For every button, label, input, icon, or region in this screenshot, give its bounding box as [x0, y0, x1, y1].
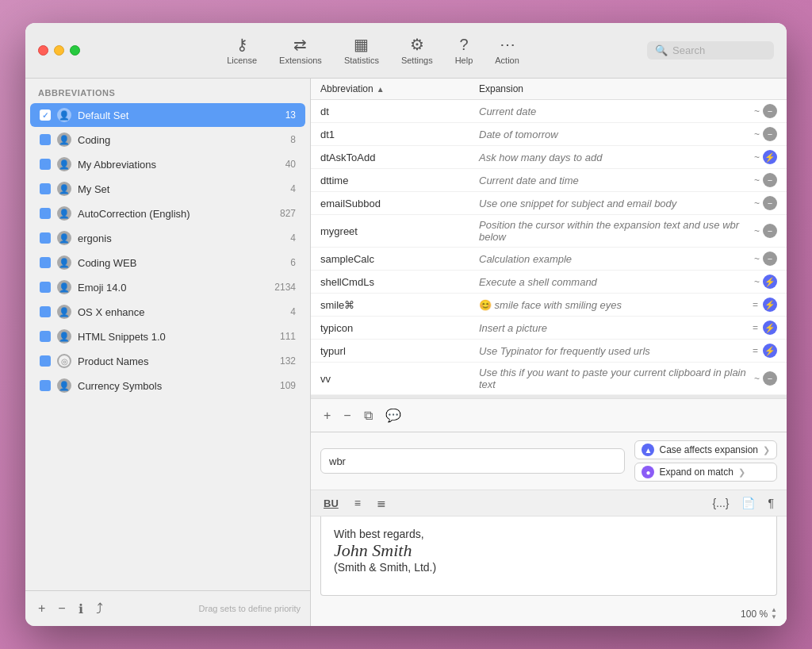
table-row[interactable]: vv Use this if you want to paste your cu…: [311, 363, 787, 395]
checkbox-my-abbreviations[interactable]: ✓: [40, 159, 51, 170]
expand-on-match-option[interactable]: ● Expand on match ❯: [634, 463, 777, 482]
license-icon: ⚷: [236, 36, 248, 52]
sidebar-footer: + − ℹ ⤴ Drag sets to define priority: [25, 590, 310, 626]
badge-icon-dtask: ⚡: [763, 150, 777, 164]
comment-button[interactable]: 💬: [382, 406, 404, 424]
lines-button[interactable]: ≡: [351, 495, 364, 511]
toolbar-settings[interactable]: ⚙ Settings: [401, 36, 433, 65]
maximize-button[interactable]: [70, 45, 80, 56]
remove-set-button[interactable]: −: [55, 600, 68, 617]
sidebar-item-html[interactable]: ✓ 👤 HTML Snippets 1.0 111: [30, 324, 305, 348]
table-row[interactable]: typurl Use Typinator for frequently used…: [311, 340, 787, 363]
toolbar-extensions[interactable]: ⇄ Extensions: [279, 36, 322, 65]
sidebar-item-emoji[interactable]: ✓ 👤 Emoji 14.0 2134: [30, 275, 305, 299]
trigger-icon-samplecalc: ~: [754, 253, 760, 264]
checkbox-osx[interactable]: ✓: [40, 306, 51, 317]
content-line3: (Smith & Smith, Ltd.): [334, 561, 764, 574]
table-row[interactable]: sampleCalc Calculation example ~ −: [311, 248, 787, 271]
column-abbreviation-label: Abbreviation: [320, 83, 373, 94]
extensions-icon: ⇄: [293, 36, 307, 52]
zoom-down-arrow[interactable]: ▼: [771, 614, 777, 621]
row-expansion-dt1: Date of tomorrow: [479, 129, 754, 140]
badge-icon-typicon: ⚡: [763, 321, 777, 335]
paragraph-button[interactable]: ¶: [764, 495, 777, 511]
case-affects-option[interactable]: ▲ Case affects expansion ❯: [634, 440, 777, 459]
checkbox-coding[interactable]: ✓: [40, 134, 51, 145]
add-set-button[interactable]: +: [35, 600, 48, 617]
table-row[interactable]: dttime Current date and time ~ −: [311, 169, 787, 192]
info-button[interactable]: ℹ: [75, 600, 86, 618]
toolbar-action[interactable]: ⋯ Action: [495, 36, 519, 65]
help-icon: ?: [459, 36, 468, 52]
checkbox-default-set[interactable]: ✓: [40, 109, 51, 121]
sidebar-count-currency: 109: [280, 380, 296, 391]
row-expansion-dt: Current date: [479, 106, 754, 117]
row-expansion-samplecalc: Calculation example: [479, 253, 754, 265]
sidebar-item-currency[interactable]: ✓ 👤 Currency Symbols 109: [30, 374, 305, 397]
sidebar-item-autocorrection[interactable]: ✓ 👤 AutoCorrection (English) 827: [30, 202, 305, 225]
sidebar-item-product-names[interactable]: ✓ ◎ Product Names 132: [30, 349, 305, 373]
table-row[interactable]: dtAskToAdd Ask how many days to add ~ ⚡: [311, 146, 787, 169]
badge-icon-typurl: ⚡: [763, 344, 777, 358]
row-icons-email: ~ −: [754, 196, 777, 210]
sidebar-item-ergonis[interactable]: ✓ 👤 ergonis 4: [30, 226, 305, 250]
toolbar-action-label: Action: [495, 56, 519, 65]
search-box[interactable]: 🔍 Search: [647, 41, 774, 60]
checkbox-my-set[interactable]: ✓: [40, 183, 51, 194]
case-affects-chevron-icon: ❯: [763, 445, 770, 455]
minimize-button[interactable]: [54, 45, 64, 56]
sidebar-item-my-abbreviations[interactable]: ✓ 👤 My Abbreviations 40: [30, 152, 305, 176]
remove-row-button[interactable]: −: [340, 407, 354, 424]
code-button[interactable]: {...}: [709, 495, 732, 511]
search-icon: 🔍: [655, 44, 668, 56]
sidebar-count-my-abbreviations: 40: [285, 159, 296, 170]
row-abbr-typurl: typurl: [320, 345, 479, 357]
table-row[interactable]: emailSubbod Use one snippet for subject …: [311, 192, 787, 215]
checkbox-coding-web[interactable]: ✓: [40, 257, 51, 268]
checkbox-product-names[interactable]: ✓: [40, 355, 51, 367]
toolbar-statistics[interactable]: ▦ Statistics: [344, 36, 379, 65]
checkbox-emoji[interactable]: ✓: [40, 282, 51, 293]
document-button[interactable]: 📄: [738, 495, 758, 511]
toolbar-license[interactable]: ⚷ License: [227, 36, 257, 65]
sidebar-item-my-set[interactable]: ✓ 👤 My Set 4: [30, 177, 305, 201]
table-row[interactable]: shellCmdLs Execute a shell command ~ ⚡: [311, 271, 787, 294]
close-button[interactable]: [38, 45, 48, 56]
table-row[interactable]: mygreet Position the cursor within the e…: [311, 215, 787, 248]
sidebar-name-coding: Coding: [78, 134, 284, 146]
abbreviation-input[interactable]: [320, 448, 625, 474]
group-button[interactable]: ⤴: [93, 599, 106, 619]
sidebar-item-osx[interactable]: ✓ 👤 OS X enhance 4: [30, 300, 305, 324]
trigger-icon-dtask: ~: [754, 152, 760, 163]
sidebar-name-currency: Currency Symbols: [78, 380, 274, 392]
sidebar-count-my-set: 4: [290, 183, 296, 194]
bold-underline-button[interactable]: BU: [320, 496, 342, 511]
row-icons-typicon: = ⚡: [753, 321, 777, 335]
trigger-icon-smile: =: [753, 299, 758, 310]
row-abbr-shellcmd: shellCmdLs: [320, 276, 479, 288]
sidebar-item-coding[interactable]: ✓ 👤 Coding 8: [30, 128, 305, 152]
editor-content[interactable]: With best regards, John Smith (Smith & S…: [320, 517, 777, 596]
table-row[interactable]: smile⌘ 😊 smile face with smiling eyes = …: [311, 294, 787, 317]
toolbar-help[interactable]: ? Help: [455, 36, 473, 65]
table-row[interactable]: dt1 Date of tomorrow ~ −: [311, 123, 787, 146]
zoom-stepper[interactable]: ▲ ▼: [771, 607, 777, 621]
sidebar-name-ergonis: ergonis: [78, 232, 284, 244]
toolbar-help-label: Help: [455, 56, 473, 65]
indent-button[interactable]: ≣: [373, 495, 389, 511]
table-row[interactable]: typicon Insert a picture = ⚡: [311, 317, 787, 340]
sidebar-item-default-set[interactable]: ✓ 👤 Default Set 13: [30, 103, 305, 127]
sidebar-item-coding-web[interactable]: ✓ 👤 Coding WEB 6: [30, 251, 305, 275]
checkbox-autocorrection[interactable]: ✓: [40, 208, 51, 219]
checkbox-ergonis[interactable]: ✓: [40, 232, 51, 244]
add-row-button[interactable]: +: [320, 407, 334, 424]
checkbox-currency[interactable]: ✓: [40, 380, 51, 391]
checkbox-html[interactable]: ✓: [40, 331, 51, 342]
table-row[interactable]: dt Current date ~ −: [311, 100, 787, 123]
user-icon-autocorrection: 👤: [57, 206, 71, 221]
globe-icon-product-names: ◎: [57, 354, 71, 368]
sidebar-count-product-names: 132: [280, 355, 296, 367]
badge-icon-dt1: −: [763, 127, 777, 141]
copy-row-button[interactable]: ⧉: [361, 407, 376, 424]
sort-arrow-icon: ▲: [377, 85, 385, 94]
